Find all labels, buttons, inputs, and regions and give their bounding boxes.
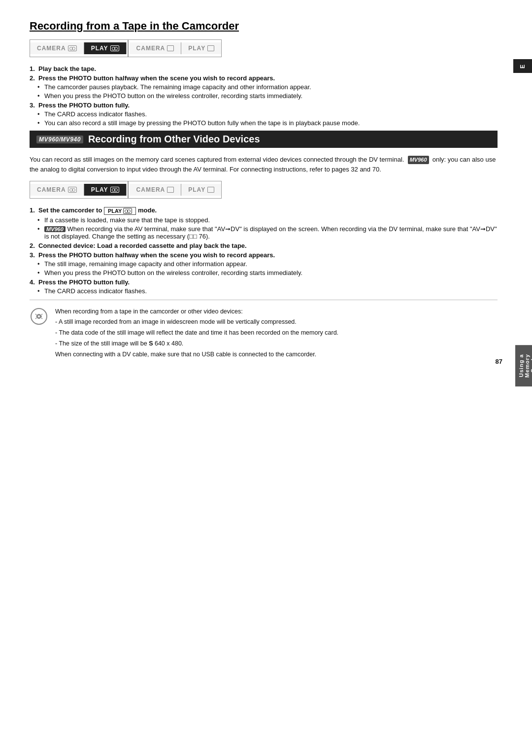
mode-cell-camera-tape-1: CAMERA xyxy=(30,42,84,54)
page-content: E Recording from a Tape in the Camcorder… xyxy=(0,0,532,380)
step-2-1-sub: If a cassette is loaded, make sure that … xyxy=(37,216,498,240)
section1-title: Recording from a Tape in the Camcorder xyxy=(30,20,498,33)
step-2-4: 4. Press the PHOTO button fully. The CAR… xyxy=(30,278,498,295)
play-tape-inline: PLAY xyxy=(104,207,136,215)
step-2-3-sub-2: When you press the PHOTO button on the w… xyxy=(37,269,498,276)
card-icon-2 xyxy=(207,45,214,51)
section-tab-e: E xyxy=(513,59,532,73)
mv960-badge-2: MV960 xyxy=(44,226,66,232)
step-1-2-text: 2. Press the PHOTO button halfway when t… xyxy=(30,74,275,82)
mode-cell-play-card-2: PLAY xyxy=(181,184,221,196)
camera-label-3: CAMERA xyxy=(37,186,66,193)
card-icon-1 xyxy=(167,45,174,51)
step-1-2-sub-1: The camcorder pauses playback. The remai… xyxy=(37,83,498,91)
svg-point-1 xyxy=(37,315,40,318)
card-icon-3 xyxy=(167,187,174,193)
tape-icon-3 xyxy=(68,187,77,193)
play-label-1: PLAY xyxy=(91,45,108,52)
section2-title-bar: MV960/MV940 Recording from Other Video D… xyxy=(30,131,498,148)
step-1-2-sub: The camcorder pauses playback. The remai… xyxy=(37,83,498,100)
tape-icon-2 xyxy=(110,45,119,51)
step-1-1: 1. Play back the tape. xyxy=(30,65,498,72)
step-2-3-sub-1: The still image, remaining image capacit… xyxy=(37,260,498,268)
tape-icon-4 xyxy=(110,187,119,193)
mv960-badge-inline: MV960 xyxy=(408,156,429,164)
step-1-3: 3. Press the PHOTO button fully. The CAR… xyxy=(30,102,498,127)
step-1-2: 2. Press the PHOTO button halfway when t… xyxy=(30,74,498,100)
step-1-1-text: 1. Play back the tape. xyxy=(30,65,96,72)
step-1-3-sub: The CARD access indicator flashes. You c… xyxy=(37,110,498,127)
note-icon xyxy=(30,307,48,326)
mode-divider-2 xyxy=(128,181,129,198)
note-line-5: When connecting with a DV cable, make su… xyxy=(55,350,338,359)
play-label-4: PLAY xyxy=(188,186,205,193)
note-text-content: When recording from a tape in the camcor… xyxy=(55,307,338,361)
step-2-3: 3. Press the PHOTO button halfway when t… xyxy=(30,251,498,276)
step-2-4-sub-1: The CARD access indicator flashes. xyxy=(37,287,498,295)
mv-badge: MV960/MV940 xyxy=(36,136,83,143)
page-number: 87 xyxy=(496,358,502,365)
tape-icon-1 xyxy=(68,45,77,51)
mode-cell-camera-card-2: CAMERA xyxy=(130,184,182,196)
step-2-2: 2. Connected device: Load a recorded cas… xyxy=(30,242,498,249)
mode-cell-camera-card-1: CAMERA xyxy=(130,42,182,54)
step-1-3-sub-2: You can also record a still image by pre… xyxy=(37,119,498,127)
tape-icon-5 xyxy=(123,208,132,214)
camera-label-4: CAMERA xyxy=(136,186,166,193)
step-2-1-text: 1. Set the camcorder to PLAY mode. xyxy=(30,206,157,214)
step-1-3-sub-1: The CARD access indicator flashes. xyxy=(37,110,498,118)
note-line-4: - The size of the still image will be S … xyxy=(55,339,338,348)
section2-title: Recording from Other Video Devices xyxy=(88,134,260,145)
step-1-3-text: 3. Press the PHOTO button fully. xyxy=(30,102,130,109)
mode-divider-1 xyxy=(128,40,129,57)
step-2-2-text: 2. Connected device: Load a recorded cas… xyxy=(30,242,247,249)
note-line-1: When recording from a tape in the camcor… xyxy=(55,307,338,316)
step-2-3-sub: The still image, remaining image capacit… xyxy=(37,260,498,276)
note-line-2: - A still image recorded from an image i… xyxy=(55,317,338,327)
mode-cell-play-tape-1: PLAY xyxy=(84,42,127,54)
svg-point-0 xyxy=(31,309,47,324)
step-2-4-text: 4. Press the PHOTO button fully. xyxy=(30,278,130,286)
mode-cell-play-tape-2: PLAY xyxy=(84,184,127,196)
mode-cell-camera-tape-2: CAMERA xyxy=(30,184,84,196)
mode-bar-1: CAMERA PLAY CAMERA PLAY xyxy=(30,39,222,57)
mode-bar-2: CAMERA PLAY CAMERA PLAY xyxy=(30,181,222,199)
note-line-3: - The data code of the still image will … xyxy=(55,328,338,338)
step-2-1-sub-2: MV960 When recording via the AV terminal… xyxy=(37,225,498,240)
section2-body: You can record as still images on the me… xyxy=(30,155,498,174)
camera-label-1: CAMERA xyxy=(37,45,66,52)
camera-label-2: CAMERA xyxy=(136,45,166,52)
mode-cell-play-card-1: PLAY xyxy=(181,42,221,54)
note-svg-icon xyxy=(30,308,48,325)
note-box: When recording from a tape in the camcor… xyxy=(30,300,498,361)
play-label-3: PLAY xyxy=(91,186,108,193)
step-2-1: 1. Set the camcorder to PLAY mode. If a … xyxy=(30,206,498,240)
section1-steps: 1. Play back the tape. 2. Press the PHOT… xyxy=(30,65,498,127)
card-icon-4 xyxy=(207,187,214,193)
step-1-2-sub-2: When you press the PHOTO button on the w… xyxy=(37,92,498,100)
section2-steps: 1. Set the camcorder to PLAY mode. If a … xyxy=(30,206,498,295)
step-2-4-sub: The CARD access indicator flashes. xyxy=(37,287,498,295)
step-2-3-text: 3. Press the PHOTO button halfway when t… xyxy=(30,251,275,259)
sidebar-label: Using a Memory Card xyxy=(515,345,532,386)
step-2-1-sub-1: If a cassette is loaded, make sure that … xyxy=(37,216,498,224)
play-label-2: PLAY xyxy=(188,45,205,52)
